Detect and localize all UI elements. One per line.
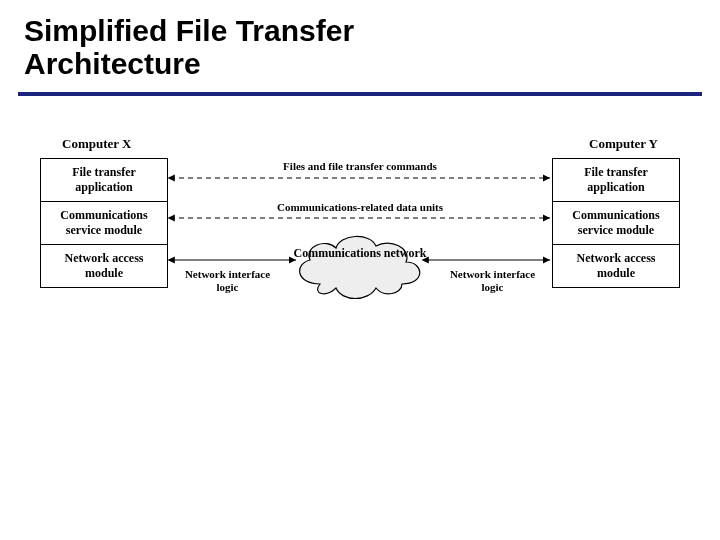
cloud-label: Communications network	[290, 246, 430, 261]
title-line-2: Architecture	[24, 47, 201, 80]
title-line-1: Simplified File Transfer	[24, 14, 354, 47]
left-file-transfer-box: File transfer application	[40, 158, 168, 202]
right-stack: File transfer application Communications…	[552, 158, 680, 288]
computer-y-label: Computer Y	[589, 136, 658, 152]
computer-x-label: Computer X	[62, 136, 131, 152]
title-rule	[18, 92, 702, 96]
files-transfer-label: Files and file transfer commands	[283, 160, 437, 172]
left-network-access-box: Network access module	[40, 245, 168, 288]
comm-data-units-label: Communications-related data units	[277, 201, 443, 213]
network-interface-logic-right: Network interface logic	[445, 268, 540, 294]
network-interface-logic-left: Network interface logic	[180, 268, 275, 294]
cloud-icon	[290, 228, 430, 304]
slide-title: Simplified File Transfer Architecture	[0, 0, 720, 86]
right-file-transfer-box: File transfer application	[552, 158, 680, 202]
right-network-access-box: Network access module	[552, 245, 680, 288]
architecture-diagram: Computer X Computer Y File transfer appl…	[40, 136, 680, 396]
left-stack: File transfer application Communications…	[40, 158, 168, 288]
left-comm-service-box: Communications service module	[40, 202, 168, 245]
right-comm-service-box: Communications service module	[552, 202, 680, 245]
